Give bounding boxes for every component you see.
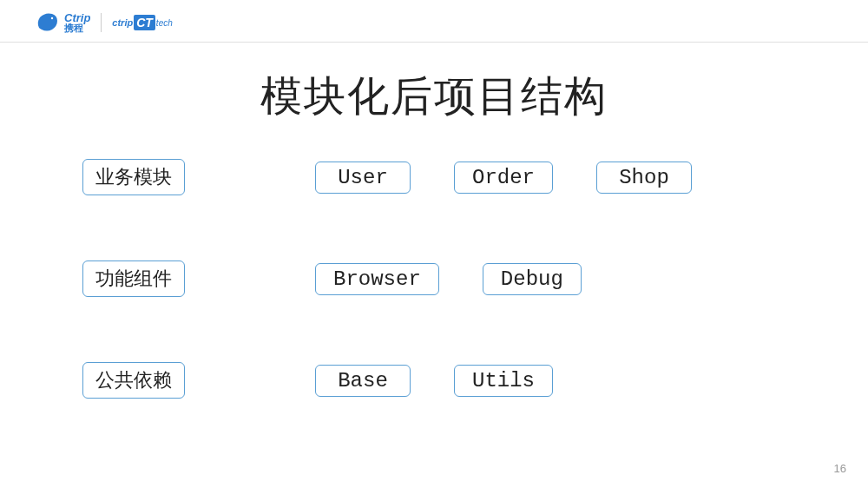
ct-box: CT bbox=[134, 15, 155, 30]
category-label: 业务模块 bbox=[82, 159, 185, 195]
ct-prefix: ctrip bbox=[112, 17, 133, 28]
row-business-modules: 业务模块 User Order Shop bbox=[82, 159, 794, 195]
category-label: 公共依赖 bbox=[82, 362, 185, 399]
ctrip-logo-cn: 携程 bbox=[64, 23, 90, 33]
module-box: User bbox=[315, 162, 411, 194]
ctrip-dolphin-icon bbox=[35, 10, 61, 35]
row-function-components: 功能组件 Browser Debug bbox=[82, 260, 794, 297]
module-box: Debug bbox=[483, 263, 582, 295]
category-label: 功能组件 bbox=[82, 260, 185, 297]
svg-point-0 bbox=[51, 17, 53, 19]
module-box: Browser bbox=[315, 263, 439, 295]
row-public-dependencies: 公共依赖 Base Utils bbox=[82, 362, 794, 399]
slide-header: Ctrip 携程 ctrip CT tech bbox=[0, 0, 868, 43]
module-box: Order bbox=[454, 162, 553, 194]
page-number: 16 bbox=[834, 462, 846, 475]
module-box: Shop bbox=[596, 162, 692, 194]
ctrip-tech-logo: ctrip CT tech bbox=[112, 15, 172, 30]
ct-suffix: tech bbox=[156, 18, 173, 28]
module-box: Base bbox=[315, 365, 411, 397]
slide-title: 模块化后项目结构 bbox=[0, 69, 868, 124]
diagram-content: 业务模块 User Order Shop 功能组件 Browser Debug … bbox=[0, 124, 868, 399]
ctrip-logo: Ctrip 携程 bbox=[35, 10, 90, 35]
logo-divider bbox=[101, 13, 102, 32]
module-box: Utils bbox=[454, 365, 553, 397]
